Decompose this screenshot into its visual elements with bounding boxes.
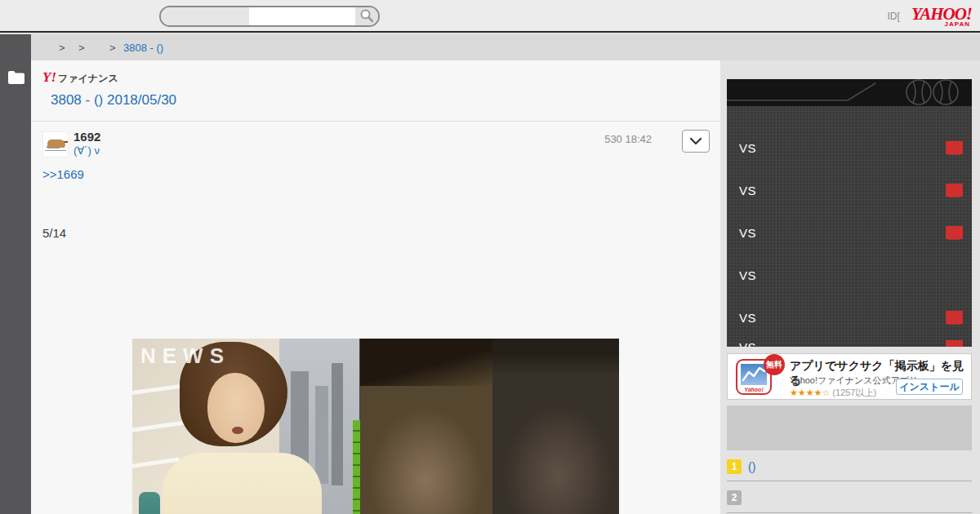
baseball-scoreboard-widget: VS VS VS VS VS VS [727, 79, 972, 347]
yahoo-japan-logo[interactable]: YAHOO! JAPAN [911, 6, 972, 28]
search-input[interactable] [249, 7, 355, 25]
user-id-text: ID[ [888, 11, 900, 22]
rank-2-badge: 2 [727, 490, 742, 505]
scoreboard-live-button[interactable] [946, 226, 963, 239]
reply-reference-link[interactable]: >>1669 [42, 167, 84, 181]
avatar-image-placeholder [47, 140, 65, 148]
presenter-mouth [232, 427, 243, 434]
rating-count: (1257以上) [832, 388, 876, 397]
avatar-image-line [45, 150, 66, 151]
page-title[interactable]: 3808 - () 2018/05/30 [51, 92, 176, 109]
app-icon-brand-text: Yahoo! [737, 387, 770, 392]
scoreboard-header [727, 79, 972, 106]
install-button[interactable]: インストール [896, 379, 963, 395]
chart-icon [741, 364, 767, 385]
yahoo-finance-logo-text: ファイナンス [58, 73, 118, 84]
search-icon [359, 8, 374, 25]
building-silhouette [315, 386, 328, 484]
app-rating: ★★★★☆(1257以上) [790, 387, 876, 399]
scoreboard-row-vs: VS [739, 184, 772, 197]
breadcrumb-separator: > [59, 42, 65, 54]
rank-1-badge: 1 [727, 459, 742, 474]
studio-shelf [132, 383, 185, 396]
news-overlay-text: NEWS [140, 343, 230, 369]
scoreboard-row-vs: VS [739, 268, 772, 282]
main-content: Y!ファイナンス 3808 - () 2018/05/30 1692 (∀´) … [31, 60, 720, 514]
scoreboard-live-button[interactable] [946, 184, 963, 197]
breadcrumb-separator: > [78, 42, 85, 54]
scoreboard-row-vs: VS [739, 141, 772, 155]
presenter-blouse [162, 453, 322, 514]
scoreboard-body: VS VS VS VS VS VS [727, 106, 972, 347]
suspect-photo-1 [360, 339, 492, 514]
title-divider [31, 121, 720, 122]
star-icon-empty: ☆ [822, 388, 830, 397]
post-author-link[interactable]: (∀´) ν [74, 144, 100, 157]
avatar[interactable] [42, 131, 69, 157]
scoreboard-live-button[interactable] [946, 340, 963, 347]
scoreboard-row-vs: VS [739, 340, 772, 347]
post-number: 1692 [74, 130, 100, 144]
ad-placeholder [727, 405, 972, 450]
free-badge: 無料 [764, 354, 785, 375]
folder-icon[interactable] [7, 70, 25, 85]
ranking-divider [727, 481, 972, 481]
ranking-item: 1 () [727, 459, 972, 481]
yahoo-finance-logo-y: Y! [42, 69, 56, 85]
rank-1-link[interactable]: () [748, 460, 755, 473]
search-box-left-segment [161, 7, 249, 25]
scoreboard-row-vs: VS [739, 311, 772, 325]
search-box[interactable] [159, 6, 380, 27]
ranking-divider [727, 512, 972, 513]
star-icons-full: ★★★★ [790, 388, 822, 397]
ranking-item: 2 [727, 490, 972, 512]
scoreboard-live-button[interactable] [946, 311, 963, 324]
scoreboard-row-vs: VS [739, 226, 772, 240]
post-timestamp: 530 18:42 [537, 133, 652, 145]
breadcrumb-separator: > [109, 42, 116, 54]
baseball-icon [906, 80, 931, 104]
top-bar: ID[ YAHOO! JAPAN [0, 0, 980, 33]
building-silhouette [332, 363, 343, 485]
left-sidebar [0, 34, 31, 514]
yahoo-finance-logo[interactable]: Y!ファイナンス [42, 69, 118, 86]
breadcrumb: > > > 3808 - () [31, 34, 980, 60]
post-body-text: 5/14 [42, 226, 66, 240]
studio-plant [139, 492, 160, 514]
green-graphic-bar [353, 420, 360, 514]
chevron-down-icon [689, 135, 702, 148]
scoreboard-live-button[interactable] [946, 141, 963, 154]
search-button[interactable] [355, 7, 378, 25]
collapse-post-button[interactable] [682, 130, 710, 153]
suspect-photo-2 [492, 339, 619, 514]
breadcrumb-current-link[interactable]: 3808 - () [123, 42, 163, 54]
app-promo-banner[interactable]: Yahoo! 無料 アプリでサクサク「掲示板」を見る Yahoo!ファイナンス公… [727, 353, 972, 400]
baseball-icon [933, 80, 958, 104]
post-attached-image[interactable]: NEWS [132, 339, 619, 514]
